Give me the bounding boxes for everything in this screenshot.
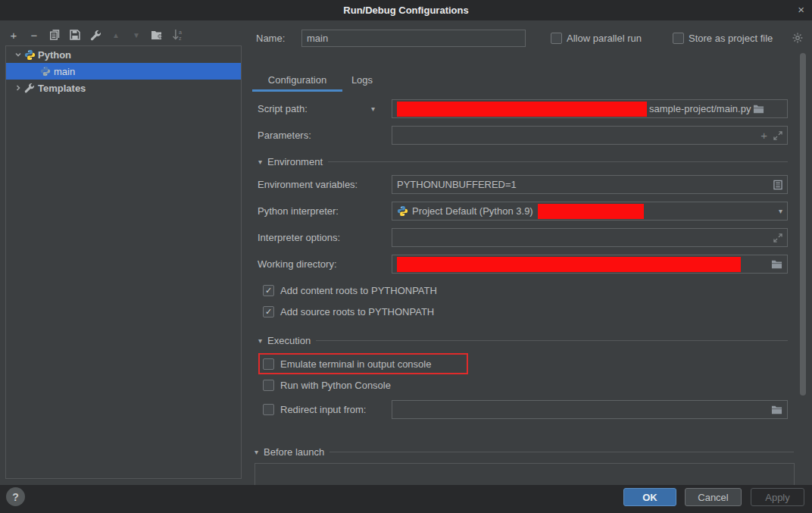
redirect-input-row[interactable]: Redirect input from:	[263, 404, 366, 415]
svg-text:z: z	[179, 36, 182, 41]
tab-label: Logs	[351, 74, 373, 86]
tree-item-python[interactable]: Python	[6, 46, 241, 63]
wrench-icon	[23, 82, 36, 94]
triangle-down-icon: ▼	[133, 31, 140, 39]
sort-az-icon: az	[173, 29, 183, 41]
minus-icon: −	[31, 29, 38, 42]
python-interpreter-combobox[interactable]: Project Default (Python 3.9) ▾	[392, 202, 788, 221]
allow-parallel-run-label: Allow parallel run	[567, 33, 642, 44]
section-divider	[329, 452, 794, 452]
close-icon[interactable]: ×	[798, 3, 804, 17]
check-icon: ✓	[265, 307, 272, 317]
run-python-console-row[interactable]: Run with Python Console	[263, 380, 391, 391]
environment-variables-field[interactable]: PYTHONUNBUFFERED=1	[392, 175, 788, 194]
parameters-label: Parameters:	[258, 130, 311, 141]
tab-logs[interactable]: Logs	[345, 70, 379, 89]
redacted-directory	[397, 257, 741, 272]
section-label: Environment	[267, 156, 323, 167]
create-folder-button[interactable]	[151, 28, 163, 42]
chevron-down-icon[interactable]	[14, 51, 22, 58]
add-content-roots-label: Add content roots to PYTHONPATH	[280, 285, 437, 296]
emulate-terminal-label: Emulate terminal in output console	[280, 358, 431, 370]
parameters-field[interactable]: +	[392, 126, 788, 145]
apply-button-label: Apply	[765, 492, 790, 503]
tree-item-label: Templates	[38, 83, 86, 94]
caret-down-icon[interactable]: ▾	[371, 105, 375, 113]
move-down-button[interactable]: ▼	[130, 28, 142, 42]
section-label: Before launch	[264, 446, 324, 458]
redacted-interpreter-path	[538, 204, 644, 219]
emulate-terminal-row[interactable]: Emulate terminal in output console	[263, 358, 431, 370]
section-execution[interactable]: ▾ Execution	[258, 335, 788, 346]
folder-icon[interactable]	[753, 104, 764, 114]
section-environment[interactable]: ▾ Environment	[258, 156, 788, 167]
working-directory-field[interactable]	[392, 255, 788, 274]
redirect-input-checkbox[interactable]	[263, 404, 274, 415]
redacted-path	[397, 102, 647, 117]
tree-item-label: Python	[38, 49, 71, 61]
add-configuration-button[interactable]: +	[8, 28, 20, 42]
apply-button[interactable]: Apply	[751, 488, 804, 506]
name-input[interactable]	[301, 30, 526, 47]
redirect-input-field[interactable]	[392, 400, 788, 419]
gear-icon[interactable]	[792, 33, 803, 45]
python-icon	[39, 65, 52, 77]
name-label: Name:	[256, 33, 285, 44]
tree-item-main[interactable]: main	[6, 63, 241, 80]
triangle-up-icon: ▲	[112, 31, 120, 39]
scrollbar-thumb[interactable]	[800, 53, 806, 396]
help-icon: ?	[12, 491, 19, 503]
python-interpreter-label: Python interpreter:	[258, 205, 339, 217]
chevron-right-icon[interactable]	[14, 84, 22, 92]
environment-variables-value: PYTHONUNBUFFERED=1	[397, 179, 517, 190]
cancel-button-label: Cancel	[698, 492, 728, 503]
tree-item-templates[interactable]: Templates	[6, 80, 241, 96]
wrench-icon	[90, 30, 102, 41]
script-path-field[interactable]: sample-project/main.py	[392, 99, 788, 118]
section-label: Execution	[267, 335, 311, 346]
folder-icon[interactable]	[771, 405, 782, 414]
python-icon	[23, 48, 36, 61]
emulate-terminal-checkbox[interactable]	[263, 358, 274, 370]
environment-variables-label: Environment variables:	[258, 179, 358, 190]
edit-templates-button[interactable]	[89, 28, 102, 42]
plus-icon[interactable]: +	[760, 131, 767, 140]
copy-configuration-button[interactable]	[48, 28, 61, 42]
list-icon[interactable]	[773, 180, 782, 190]
add-content-roots-checkbox[interactable]: ✓	[263, 285, 274, 296]
svg-text:a: a	[179, 30, 182, 35]
expand-icon[interactable]	[773, 233, 782, 242]
caret-down-icon: ▾	[258, 336, 262, 345]
working-directory-label: Working directory:	[258, 258, 337, 270]
remove-configuration-button[interactable]: −	[28, 28, 40, 42]
save-configuration-button[interactable]	[69, 28, 81, 42]
cancel-button[interactable]: Cancel	[685, 488, 742, 506]
move-up-button[interactable]: ▲	[110, 28, 122, 42]
caret-down-icon[interactable]: ▾	[779, 207, 782, 215]
check-icon: ✓	[265, 286, 272, 296]
store-as-project-file-checkbox[interactable]	[673, 33, 684, 44]
add-source-roots-checkbox[interactable]: ✓	[263, 306, 274, 317]
help-button[interactable]: ?	[6, 487, 25, 506]
section-before-launch[interactable]: ▾ Before launch	[255, 446, 794, 458]
script-path-label: Script path:	[258, 103, 308, 114]
ok-button[interactable]: OK	[623, 488, 676, 506]
add-content-roots-row[interactable]: ✓ Add content roots to PYTHONPATH	[263, 285, 437, 296]
run-python-console-checkbox[interactable]	[263, 380, 274, 391]
script-path-value: sample-project/main.py	[649, 103, 751, 114]
tab-configuration[interactable]: Configuration	[252, 70, 342, 92]
add-source-roots-row[interactable]: ✓ Add source roots to PYTHONPATH	[263, 306, 434, 317]
tab-label: Configuration	[268, 74, 326, 86]
expand-icon[interactable]	[773, 131, 782, 140]
folder-icon[interactable]	[771, 259, 782, 269]
python-icon	[397, 205, 408, 217]
section-divider	[316, 340, 788, 341]
sort-configurations-button[interactable]: az	[171, 28, 183, 42]
interpreter-options-label: Interpreter options:	[258, 232, 340, 243]
save-icon	[70, 30, 80, 40]
interpreter-options-field[interactable]	[392, 228, 788, 247]
allow-parallel-run-checkbox[interactable]	[551, 33, 562, 44]
folder-plus-icon	[151, 30, 163, 40]
before-launch-task-list[interactable]	[255, 463, 795, 485]
configurations-toolbar: + − ▲ ▼ az	[8, 26, 183, 44]
